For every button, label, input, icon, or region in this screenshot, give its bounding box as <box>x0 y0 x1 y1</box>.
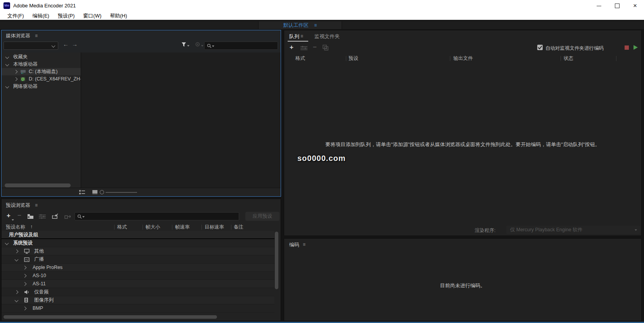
preset-row-label: 系统预设 <box>13 239 33 247</box>
directory-viewers-icon[interactable] <box>195 42 201 47</box>
column-format[interactable]: 格式 <box>295 55 305 62</box>
sort-ascending-icon[interactable]: ↑ <box>30 224 33 229</box>
renderer-dropdown[interactable]: 仅 Mercury Playback Engine 软件 <box>506 226 640 234</box>
zoom-slider-knob[interactable] <box>100 190 104 194</box>
preset-row-as11[interactable]: AS-11 <box>2 280 274 288</box>
menu-preset[interactable]: 预设(P) <box>54 12 79 20</box>
search-icon <box>207 44 212 48</box>
remove-source-button[interactable]: − <box>313 44 317 51</box>
column-comment[interactable]: 备注 <box>234 224 243 230</box>
media-search-input[interactable] <box>215 42 278 50</box>
import-preset-button[interactable] <box>52 213 59 219</box>
media-browser-title: 媒体浏览器 <box>6 33 30 39</box>
tv-icon: TV <box>24 257 30 262</box>
new-preset-group-button[interactable] <box>27 214 34 219</box>
maximize-icon <box>615 3 620 8</box>
menu-file[interactable]: 文件(F) <box>3 12 28 20</box>
preset-row-image-sequence[interactable]: 图像序列 <box>2 296 274 304</box>
horizontal-scrollbar[interactable] <box>3 315 217 319</box>
stop-queue-button[interactable] <box>625 45 629 50</box>
chevron-right-icon[interactable] <box>14 70 18 74</box>
tab-watch-folders[interactable]: 监视文件夹 <box>314 33 340 40</box>
export-preset-icon[interactable] <box>64 213 72 219</box>
column-preset-name[interactable]: 预设名称 <box>6 224 25 230</box>
tree-item-drive-c[interactable]: C: (本地磁盘) <box>2 68 81 75</box>
media-browser-panel-menu-icon[interactable]: ≡ <box>35 33 38 38</box>
preset-search-box[interactable] <box>75 212 239 220</box>
chevron-right-icon[interactable] <box>15 250 19 253</box>
location-dropdown[interactable] <box>3 42 58 50</box>
start-queue-button[interactable] <box>634 45 638 50</box>
tree-item-drive-d[interactable]: D: (CES_X64FREV_ZH-CN_ <box>2 75 81 83</box>
column-frame-rate[interactable]: 帧速率 <box>175 224 190 230</box>
workspace-tab-label: 默认工作区 <box>283 22 309 28</box>
chevron-down-icon[interactable] <box>15 258 19 262</box>
column-target-rate[interactable]: 目标速率 <box>205 224 224 230</box>
minimize-button[interactable] <box>590 0 608 12</box>
preset-row-bmp[interactable]: BMP <box>2 304 274 313</box>
horizontal-scrollbar[interactable] <box>5 183 71 187</box>
zoom-slider-track[interactable] <box>106 192 137 193</box>
preset-row-audio-only[interactable]: 仅音频 <box>2 288 274 296</box>
chevron-right-icon[interactable] <box>15 290 19 294</box>
encoding-panel-menu-icon[interactable]: ≡ <box>303 242 306 247</box>
disc-drive-icon <box>20 77 26 82</box>
chevron-down-icon <box>52 44 56 48</box>
tree-item-network-drives[interactable]: 网络驱动器 <box>2 83 81 90</box>
tree-item-favorites[interactable]: 收藏夹 <box>2 53 81 61</box>
menu-help[interactable]: 帮助(H) <box>106 12 131 20</box>
chevron-down-icon[interactable] <box>5 241 9 245</box>
preset-settings-icon[interactable] <box>39 214 46 219</box>
auto-encode-checkbox[interactable] <box>537 45 543 50</box>
chevron-right-icon[interactable] <box>23 307 27 311</box>
chevron-right-icon[interactable] <box>14 77 18 81</box>
apply-preset-button[interactable]: 应用预设 <box>245 212 279 221</box>
chevron-right-icon[interactable] <box>23 282 27 286</box>
vertical-scrollbar[interactable] <box>275 232 278 289</box>
maximize-button[interactable] <box>608 0 626 12</box>
preset-search-input[interactable] <box>86 213 239 221</box>
chevron-down-icon[interactable] <box>5 63 9 66</box>
column-output-file[interactable]: 输出文件 <box>453 55 473 62</box>
tab-queue[interactable]: 队列 <box>289 33 299 40</box>
close-button[interactable]: × <box>626 0 644 12</box>
delete-preset-button[interactable]: − <box>17 212 21 220</box>
filter-icon[interactable] <box>181 42 187 47</box>
column-preset[interactable]: 预设 <box>349 55 358 62</box>
create-preset-caret-icon <box>12 219 14 221</box>
forward-button[interactable]: → <box>72 41 78 47</box>
tree-item-local-drives[interactable]: 本地驱动器 <box>2 61 81 68</box>
back-button[interactable]: ← <box>63 41 69 47</box>
chevron-down-icon[interactable] <box>5 55 9 59</box>
add-source-button[interactable]: + <box>290 44 293 51</box>
preset-row-user-presets[interactable]: 用户预设及组 <box>2 231 274 239</box>
workspace-menu-icon[interactable]: ≡ <box>314 23 317 28</box>
thumbnail-view-button[interactable] <box>92 190 97 194</box>
media-search-box[interactable] <box>204 42 278 50</box>
tree-item-label: D: (CES_X64FREV_ZH-CN_ <box>29 75 81 83</box>
column-status[interactable]: 状态 <box>564 55 573 62</box>
menu-window[interactable]: 窗口(W) <box>79 12 106 20</box>
chevron-down-icon[interactable] <box>15 299 19 302</box>
list-view-button[interactable] <box>79 190 85 194</box>
duplicate-icon[interactable] <box>323 45 328 51</box>
chevron-right-icon[interactable] <box>23 266 27 270</box>
column-format[interactable]: 格式 <box>117 224 127 230</box>
preset-row-as10[interactable]: AS-10 <box>2 272 274 280</box>
create-preset-button[interactable]: + <box>7 212 10 220</box>
preset-row-label: 仅音频 <box>34 288 49 296</box>
preset-row-system-presets[interactable]: 系统预设 <box>2 239 274 247</box>
preset-row-others[interactable]: 其他 <box>2 247 274 255</box>
preset-row-label: Apple ProRes <box>33 264 62 272</box>
media-browser-panel: 媒体浏览器 ≡ ← → 收藏夹 <box>1 30 281 197</box>
preset-row-broadcast[interactable]: TV 广播 <box>2 255 274 264</box>
preset-browser-panel-menu-icon[interactable]: ≡ <box>35 203 38 208</box>
preset-row-apple-prores[interactable]: Apple ProRes <box>2 264 274 272</box>
column-frame-size[interactable]: 帧大小 <box>146 224 160 230</box>
queue-panel-menu-icon[interactable]: ≡ <box>300 33 303 39</box>
workspace-tab-default[interactable]: 默认工作区 ≡ <box>258 21 342 29</box>
chevron-right-icon[interactable] <box>23 274 27 278</box>
menu-edit[interactable]: 编辑(E) <box>28 12 54 20</box>
chevron-down-icon[interactable] <box>5 85 9 89</box>
search-caret-icon <box>212 45 214 47</box>
